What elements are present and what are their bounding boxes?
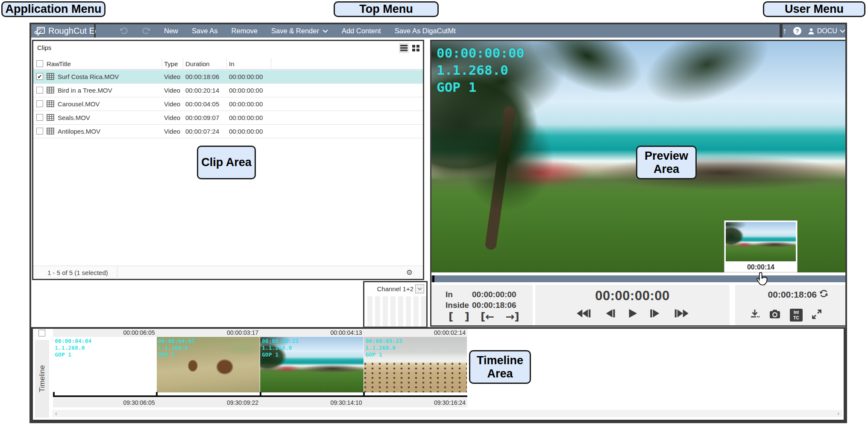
row-checkbox[interactable]: ✔ — [36, 73, 43, 80]
roughcut-app-icon — [34, 27, 45, 35]
mark-in-button[interactable]: [ — [449, 310, 453, 323]
overlay-timecode: 00:00:00:21 — [262, 338, 299, 344]
remove-button[interactable]: Remove — [232, 27, 258, 35]
download-icon[interactable] — [750, 309, 760, 322]
clip-duration: 00:00:18:06 — [185, 73, 219, 80]
clip-type: Video — [164, 73, 180, 80]
user-menu-button[interactable]: DOCU — [808, 27, 845, 35]
table-row[interactable]: Carousel.MOV Video 00:00:04:05 00:00:00:… — [33, 97, 423, 111]
skip-to-end-button[interactable] — [672, 308, 690, 321]
clip-start-timecode: 09:30:16:24 — [364, 398, 468, 407]
step-forward-button[interactable] — [648, 308, 662, 321]
table-row[interactable]: Bird in a Tree.MOV Video 00:00:20:14 00:… — [33, 84, 423, 97]
upload-icon[interactable]: ↑ — [783, 26, 787, 36]
timeline-panel: Timeline 00:00:06:05 00:00:03:17 00:00:0… — [31, 327, 845, 421]
step-back-button[interactable] — [603, 308, 617, 321]
transport-section: 00:00:00:00 — [535, 285, 730, 325]
goto-out-button[interactable]: →] — [505, 310, 519, 323]
table-row[interactable]: Seals.MOV Video 00:00:09:07 00:00:00:00 — [33, 111, 423, 125]
undo-icon[interactable] — [120, 27, 128, 35]
overlay-timecode: 00:00:04:07 — [158, 338, 195, 344]
mouse-cursor — [756, 272, 768, 289]
clip-duration-label: 00:00:04:13 — [260, 329, 364, 337]
timeline-clip-thumbnail[interactable]: 00:00:05:231.1.268.0GOP 1 — [364, 337, 468, 392]
select-all-checkbox[interactable] — [36, 60, 43, 67]
out-duration: 00:00:18:06 — [768, 289, 817, 300]
snapshot-camera-icon[interactable] — [769, 309, 781, 321]
help-icon[interactable]: ? — [793, 27, 801, 35]
timeline-clip-thumbnail[interactable]: 00:00:00:211.1.268.0GOP 1 — [260, 337, 364, 392]
in-value: 00:00:00:00 — [472, 290, 516, 299]
toolbar-actions: New Save As Remove Save & Render Add Con… — [96, 24, 780, 38]
table-row[interactable]: Antilopes.MOV Video 00:00:07:24 00:00:00… — [33, 125, 423, 138]
clip-in: 00:00:00:00 — [229, 73, 263, 80]
user-icon — [808, 28, 815, 35]
save-render-label: Save & Render — [271, 27, 319, 35]
overlay-timecode: 00:00:05:23 — [366, 338, 402, 344]
clip-duration-label: 00:00:02:14 — [364, 329, 468, 337]
clip-type: Video — [164, 128, 180, 135]
table-row[interactable]: ✔ Surf Costa Rica.MOV Video 00:00:18:06 … — [33, 70, 423, 84]
clip-table-icon — [47, 87, 54, 95]
overlay-version: 1.1.268.0 — [366, 345, 396, 351]
row-checkbox[interactable] — [36, 114, 43, 121]
app-menu-button[interactable]: RoughCut Edit — [31, 24, 94, 38]
mark-out-button[interactable]: ] — [464, 310, 469, 323]
timeline-checkbox[interactable] — [38, 330, 45, 336]
scroll-left-arrow[interactable]: ‹ — [55, 410, 57, 417]
col-raw[interactable]: Raw — [47, 60, 59, 67]
toolbar: RoughCut Edit New Save As Remove Save & … — [31, 24, 845, 38]
col-title[interactable]: Title — [59, 60, 71, 67]
play-button[interactable] — [627, 308, 638, 321]
overlay-timecode: 00:00:00:00 — [437, 45, 524, 61]
overlay-gop: GOP 1 — [158, 351, 175, 358]
clip-in: 00:00:00:00 — [229, 128, 263, 135]
add-content-button[interactable]: Add Content — [342, 27, 381, 35]
timeline-durations-row: 00:00:06:05 00:00:03:17 00:00:04:13 00:0… — [53, 329, 467, 337]
new-button[interactable]: New — [164, 27, 178, 35]
loop-icon[interactable] — [819, 289, 828, 300]
timeline-scrollbar[interactable]: ‹ › — [52, 410, 842, 417]
fullscreen-icon[interactable] — [812, 309, 822, 321]
clip-title: Carousel.MOV — [58, 100, 100, 108]
pagination-status: 1 - 5 of 5 (1 selected) — [47, 269, 108, 276]
goto-in-button[interactable]: [← — [481, 310, 494, 323]
row-checkbox[interactable] — [36, 128, 43, 135]
in-label: In — [446, 290, 453, 299]
grid-view-icon[interactable] — [411, 43, 421, 53]
overlay-version: 1.1.268.0 — [262, 345, 292, 351]
channel-select[interactable]: Channel 1+2 — [377, 284, 425, 293]
inside-value: 00:00:18:06 — [472, 301, 516, 310]
chevron-down-icon — [323, 29, 328, 33]
col-type[interactable]: Type — [164, 60, 178, 67]
redo-icon[interactable] — [142, 27, 150, 35]
gear-icon[interactable]: ⚙ — [406, 268, 413, 277]
toolbar-user-area: ↑ ? DOCU — [783, 24, 845, 38]
save-digacutmt-button[interactable]: Save As DigaCutMt — [395, 27, 456, 35]
save-render-button[interactable]: Save & Render — [271, 27, 328, 35]
playhead[interactable] — [432, 275, 434, 282]
chevron-down-icon — [840, 29, 845, 33]
seek-bar[interactable] — [431, 275, 845, 282]
skip-to-start-button[interactable] — [575, 308, 593, 321]
timeline-label: Timeline — [38, 365, 47, 392]
row-checkbox[interactable] — [36, 100, 43, 107]
palm-frond — [604, 41, 810, 142]
timeline-clip-thumbnail[interactable]: 00:00:04:041.1.268.0GOP 1 — [53, 337, 157, 392]
channel-select-value: Channel 1+2 — [377, 285, 414, 292]
preview-area-callout: Preview Area — [636, 146, 697, 179]
timeline-label-column: Timeline — [35, 340, 49, 418]
col-in[interactable]: In — [229, 60, 235, 67]
internal-timecode-icon[interactable]: IntTC — [790, 309, 803, 322]
scroll-right-arrow[interactable]: › — [837, 410, 839, 417]
col-duration[interactable]: Duration — [185, 60, 210, 67]
thumbnail-image — [726, 222, 796, 261]
inside-label: Inside — [446, 301, 469, 310]
timeline-clip-thumbnail[interactable]: 00:00:04:071.1.268.0GOP 1 — [157, 337, 261, 392]
list-view-icon[interactable] — [399, 43, 409, 53]
row-checkbox[interactable] — [36, 87, 43, 94]
overlay-version: 1.1.268.0 — [55, 345, 85, 351]
clip-title: Bird in a Tree.MOV — [58, 87, 112, 94]
save-as-button[interactable]: Save As — [192, 27, 218, 35]
clip-table-icon — [47, 128, 54, 136]
